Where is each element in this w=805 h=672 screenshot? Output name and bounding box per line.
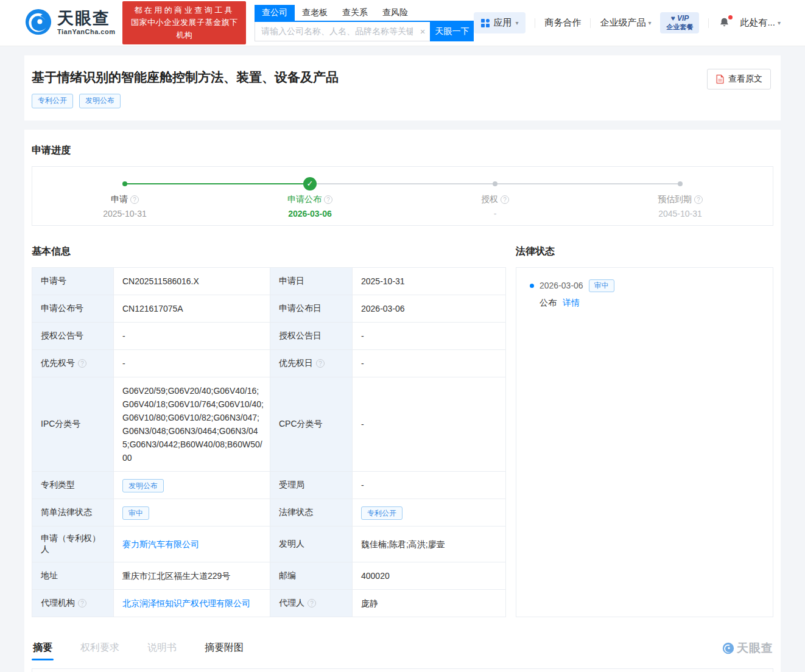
watermark-label: 天眼查 [737,640,773,656]
watermark-logo: 天眼查 [722,640,773,656]
page-content: 基于情绪识别的智能座舱控制方法、装置、设备及产品 专利公开 发明公布 查看原文 … [24,55,781,672]
view-original-button[interactable]: 查看原文 [707,69,771,89]
step-date: 2025-10-31 [32,209,217,219]
table-row: 简单法律状态 审中 法律状态 专利公开 [32,499,506,526]
heart-icon: ♥ [671,14,675,23]
field-value: CN121617075A [114,295,270,322]
search-module: 查公司 查老板 查关系 查风险 × 天眼一下 [255,5,474,41]
grid-icon [481,19,490,27]
help-icon[interactable]: ? [130,195,139,204]
field-value: 魏佳楠;陈君;高洪;廖壹 [353,526,506,562]
search-tab-relation[interactable]: 查关系 [335,5,375,21]
basic-info-table: 申请号 CN202511586016.X 申请日 2025-10-31 申请公布… [32,267,506,617]
logo-title: 天眼查 [57,10,115,27]
field-label: 受理局 [270,471,353,499]
table-row: 代理机构? 北京润泽恒知识产权代理有限公司 代理人? 庞静 [32,589,506,617]
vip-package-button[interactable]: ♥ VIP 企业套餐 [660,12,699,33]
help-icon[interactable]: ? [324,195,332,204]
pdf-icon [715,74,725,84]
field-value: - [353,322,506,349]
tag-row: 专利公开 发明公布 [32,94,339,108]
field-label: 申请（专利权）人 [32,526,114,562]
help-icon[interactable]: ? [501,195,509,204]
search-tabs: 查公司 查老板 查关系 查风险 [255,5,474,22]
chevron-down-icon: ▾ [648,19,651,26]
help-icon[interactable]: ? [78,359,86,368]
table-row: 申请公布号 CN121617075A 申请公布日 2026-03-06 [32,295,506,322]
check-circle-icon: ✓ [303,177,317,191]
step-date: 2026-03-06 [217,209,402,219]
timeline-step-estimated-expiry: 预估到期? 2045-10-31 [588,167,773,225]
timeline-dot [493,181,497,186]
field-label: 授权公告日 [270,322,353,349]
nav-item-more[interactable]: 此处有... ▾ [740,17,781,29]
search-tab-company[interactable]: 查公司 [255,5,295,21]
step-date: - [402,209,588,219]
clear-icon[interactable]: × [420,27,426,36]
timeline-step-publication: ✓ 申请公布? 2026-03-06 [217,167,402,225]
chevron-down-icon: ▾ [778,19,781,26]
nav-item-cooperation[interactable]: 商务合作 [544,17,581,29]
search-tab-boss[interactable]: 查老板 [295,5,335,21]
field-value: 400020 [353,562,506,589]
status-badge-patent-public: 专利公开 [32,94,73,108]
more-label: 此处有... [740,17,775,29]
help-icon[interactable]: ? [78,599,86,607]
legal-status-date: 2026-03-06 [540,281,583,290]
enterprise-label: 企业级产品 [600,17,645,29]
nav-item-enterprise[interactable]: 企业级产品 ▾ [600,17,651,29]
status-badge-patent-public: 专利公开 [361,506,402,520]
field-label: 申请日 [270,267,353,295]
tab-abstract[interactable]: 摘要 [32,637,54,659]
notification-dot [728,15,733,19]
field-label: 申请号 [32,267,114,295]
status-badge-invention-publication: 发明公布 [122,479,164,492]
search-button[interactable]: 天眼一下 [430,22,474,41]
field-label: 专利类型 [32,471,114,499]
view-original-label: 查看原文 [728,74,762,85]
field-value: - [114,322,270,349]
help-icon[interactable]: ? [316,359,325,368]
search-tab-risk[interactable]: 查风险 [375,5,415,21]
nav-divider [590,18,591,28]
agency-link[interactable]: 北京润泽恒知识产权代理有限公司 [122,598,250,608]
applicant-company-link[interactable]: 赛力斯汽车有限公司 [122,539,199,549]
notification-bell-button[interactable] [718,16,731,29]
timeline-step-application: 申请? 2025-10-31 [32,167,217,225]
field-label: 法律状态 [270,499,353,526]
abstract-text: 本申请实施例提供了基于情绪识别的智能座舱控制方法、装置、设备及产品，包括：获取基… [32,668,773,672]
table-row: 地址 重庆市江北区福生大道229号 邮编 400020 [32,562,506,589]
help-icon[interactable]: ? [694,195,703,204]
table-row: 申请（专利权）人 赛力斯汽车有限公司 发明人 魏佳楠;陈君;高洪;廖壹 [32,526,506,562]
tab-abstract-figure[interactable]: 摘要附图 [203,637,245,659]
application-progress-timeline: 申请? 2025-10-31 ✓ 申请公布? 2026-03-06 授权? - … [32,166,773,226]
tianyancha-eye-icon [24,8,52,38]
apps-menu-button[interactable]: 应用 ▾ [474,12,526,33]
field-label: 优先权号 [41,358,75,369]
progress-heading: 申请进度 [32,144,773,157]
search-input[interactable] [255,22,430,41]
field-label: 代理人 [279,598,304,609]
title-card: 基于情绪识别的智能座舱控制方法、装置、设备及产品 专利公开 发明公布 查看原文 [24,55,781,121]
tianyancha-logo[interactable]: 天眼查 TianYanCha.com [24,8,115,38]
help-icon[interactable]: ? [308,599,316,607]
step-label: 申请 [111,194,128,205]
field-value: 2026-03-06 [353,295,506,322]
field-label: 代理机构 [41,598,75,609]
promo-line1: 都在用的商业查询工具 [128,4,239,16]
bullet-dot [530,284,534,288]
table-row: 申请号 CN202511586016.X 申请日 2025-10-31 [32,267,506,295]
field-label: 邮编 [270,562,353,589]
basic-info-section: 基本信息 申请号 CN202511586016.X 申请日 2025-10-31… [32,245,505,617]
status-badge-pending: 审中 [122,506,149,520]
legal-detail-link[interactable]: 详情 [563,298,580,307]
field-label: 发明人 [270,526,353,562]
field-value: - [114,349,270,377]
logo-subtitle: TianYanCha.com [57,29,115,35]
field-value: 2025-10-31 [353,267,506,295]
promo-banner: 都在用的商业查询工具 国家中小企业发展子基金旗下机构 [122,1,245,44]
timeline-step-grant: 授权? - [402,167,588,225]
header: 天眼查 TianYanCha.com 都在用的商业查询工具 国家中小企业发展子基… [0,0,805,46]
tab-claims: 权利要求 [79,637,121,659]
field-value-ipc: G06V20/59;G06V20/40;G06V40/16;G06V40/18;… [114,377,270,471]
